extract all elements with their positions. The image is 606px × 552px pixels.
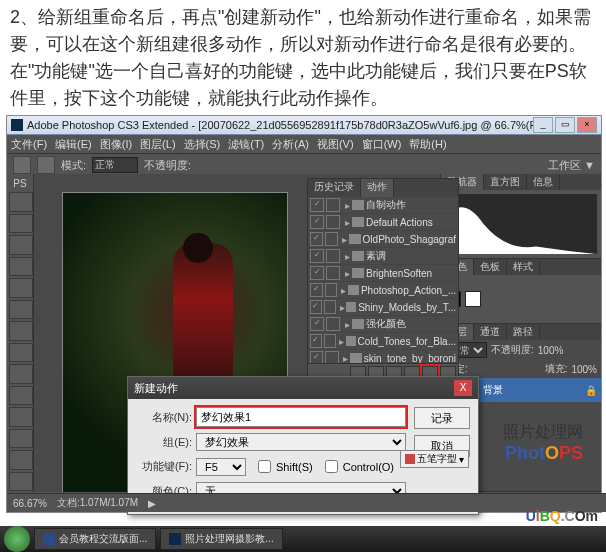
layer-name: 背景	[483, 383, 503, 397]
action-item: ✓▸OldPhoto_Shagagraf	[308, 231, 458, 248]
fkey-label: 功能键(F):	[136, 459, 192, 474]
menu-file[interactable]: 文件(F)	[11, 137, 47, 152]
move-tool[interactable]	[9, 192, 33, 212]
opacity-label: 不透明度:	[144, 158, 191, 173]
stamp-tool[interactable]	[9, 364, 33, 384]
ime-indicator[interactable]: 五笔字型▾	[400, 450, 469, 468]
doc-size: 文档:1.07M/1.07M	[57, 496, 138, 510]
menu-bar: 文件(F) 编辑(E) 图像(I) 图层(L) 选择(S) 滤镜(T) 分析(A…	[7, 135, 601, 154]
watermark: 照片处理网 PhotOPS	[503, 422, 583, 464]
set-label: 组(E):	[136, 435, 192, 450]
zoom-level[interactable]: 66.67%	[13, 498, 47, 509]
app-icon	[11, 119, 23, 131]
actions-list[interactable]: ✓▸自制动作 ✓▸Default Actions ✓▸OldPhoto_Shag…	[308, 197, 458, 363]
function-key-select[interactable]: F5	[196, 458, 246, 476]
site-watermark: UiBQ.COm	[526, 508, 598, 524]
blur-tool[interactable]	[9, 450, 33, 470]
menu-help[interactable]: 帮助(H)	[409, 137, 446, 152]
tab-styles[interactable]: 样式	[507, 259, 540, 275]
tab-info[interactable]: 信息	[527, 174, 560, 190]
history-brush-tool[interactable]	[9, 386, 33, 406]
marquee-tool[interactable]	[9, 214, 33, 234]
crop-tool[interactable]	[9, 278, 33, 298]
tab-actions[interactable]: 动作	[361, 179, 394, 197]
eyedrop-tool[interactable]	[9, 300, 33, 320]
workspace-select[interactable]: 工作区 ▼	[548, 158, 595, 173]
maximize-button[interactable]: ▭	[555, 117, 575, 133]
mode-label: 模式:	[61, 158, 86, 173]
photoshop-window: Adobe Photoshop CS3 Extended - [20070622…	[6, 115, 602, 513]
menu-layer[interactable]: 图层(L)	[140, 137, 175, 152]
gradient-tool[interactable]	[9, 429, 33, 449]
actions-panel: 历史记录 动作 ✓▸自制动作 ✓▸Default Actions ✓▸OldPh…	[307, 178, 459, 380]
tab-paths[interactable]: 路径	[507, 324, 540, 340]
shift-checkbox[interactable]	[258, 460, 271, 473]
record-button[interactable]: 记录	[414, 407, 470, 429]
minimize-button[interactable]: _	[533, 117, 553, 133]
lock-icon: 🔒	[585, 385, 597, 396]
tab-channels[interactable]: 通道	[474, 324, 507, 340]
toolbox: PS	[7, 174, 34, 492]
tab-swatches[interactable]: 色板	[474, 259, 507, 275]
menu-image[interactable]: 图像(I)	[100, 137, 132, 152]
dialog-title: 新建动作	[134, 381, 178, 396]
layer-opacity-value[interactable]: 100%	[538, 345, 564, 356]
action-name-input[interactable]	[196, 407, 406, 427]
action-item: ✓▸BrightenSoften	[308, 265, 458, 282]
taskbar: 会员教程交流版面... 照片处理网摄影教...	[0, 526, 606, 552]
name-label: 名称(N):	[136, 410, 192, 425]
tab-history[interactable]: 历史记录	[308, 179, 361, 197]
titlebar[interactable]: Adobe Photoshop CS3 Extended - [20070622…	[7, 116, 601, 135]
wand-tool[interactable]	[9, 257, 33, 277]
tool-preset-icon[interactable]	[13, 156, 31, 174]
bg-swatch[interactable]	[465, 291, 481, 307]
status-bar: 66.67% 文档:1.07M/1.07M ▶	[7, 493, 606, 512]
heal-tool[interactable]	[9, 321, 33, 341]
dialog-close-button[interactable]: X	[454, 380, 472, 396]
brush-preset-icon[interactable]	[37, 156, 55, 174]
eraser-tool[interactable]	[9, 407, 33, 427]
fill-label: 填充:	[545, 362, 568, 376]
lasso-tool[interactable]	[9, 235, 33, 255]
menu-view[interactable]: 视图(V)	[317, 137, 354, 152]
start-button[interactable]	[4, 526, 30, 552]
brush-tool[interactable]	[9, 343, 33, 363]
dodge-tool[interactable]	[9, 472, 33, 492]
action-item: ✓▸素调	[308, 248, 458, 265]
taskbar-item[interactable]: 照片处理网摄影教...	[160, 528, 282, 550]
instruction-text: 2、给新组重命名后，再点"创建新动作"，也给新动作进行重命名，如果需要，可以在这…	[0, 0, 606, 120]
menu-edit[interactable]: 编辑(E)	[55, 137, 92, 152]
action-item: ✓▸Default Actions	[308, 214, 458, 231]
action-item: ✓▸强化颜色	[308, 316, 458, 333]
histogram	[445, 194, 597, 254]
action-item: ✓▸自制动作	[308, 197, 458, 214]
tab-histogram[interactable]: 直方图	[484, 174, 527, 190]
action-item: ✓▸Shiny_Models_by_T...	[308, 299, 458, 316]
menu-filter[interactable]: 滤镜(T)	[228, 137, 264, 152]
close-button[interactable]: ×	[577, 117, 597, 133]
ps-logo: PS	[7, 176, 33, 191]
action-item: ✓▸Photoshop_Action_...	[308, 282, 458, 299]
action-item: ✓▸skin_tone_by_boroni	[308, 350, 458, 363]
window-title: Adobe Photoshop CS3 Extended - [20070622…	[27, 119, 533, 131]
menu-window[interactable]: 窗口(W)	[362, 137, 402, 152]
mode-select[interactable]: 正常	[92, 157, 138, 173]
ctrl-checkbox[interactable]	[325, 460, 338, 473]
layer-opacity-label: 不透明度:	[491, 343, 534, 357]
menu-analysis[interactable]: 分析(A)	[272, 137, 309, 152]
fill-value[interactable]: 100%	[571, 364, 597, 375]
action-set-select[interactable]: 梦幻效果	[196, 433, 406, 451]
taskbar-item[interactable]: 会员教程交流版面...	[34, 528, 156, 550]
action-item: ✓▸Cold_Tones_for_Bla...	[308, 333, 458, 350]
menu-select[interactable]: 选择(S)	[184, 137, 221, 152]
